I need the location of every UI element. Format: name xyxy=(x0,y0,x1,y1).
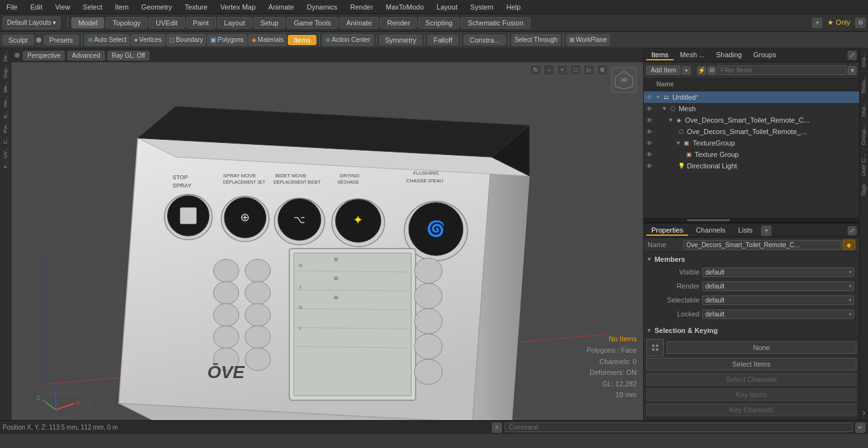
left-tool-f[interactable]: F... xyxy=(3,160,8,170)
name-input[interactable] xyxy=(683,240,841,250)
tab-items[interactable]: Items xyxy=(646,50,674,60)
eye-texture-group2[interactable]: 👁 xyxy=(645,150,654,159)
mode-scripting[interactable]: Scripting xyxy=(418,17,459,29)
selectable-select[interactable]: defaultyesno xyxy=(702,295,854,305)
expand-command-button[interactable]: > xyxy=(492,423,502,433)
key-diamond-button[interactable]: ◆ xyxy=(843,240,855,250)
presets-button[interactable]: Presets xyxy=(44,35,79,45)
menu-geometry[interactable]: Geometry xyxy=(135,2,178,12)
left-tool-e[interactable]: E... xyxy=(3,109,8,119)
filter-settings-icon[interactable]: ▾ xyxy=(848,66,857,75)
menu-texture[interactable]: Texture xyxy=(179,2,214,12)
mode-layout[interactable]: Layout xyxy=(217,17,252,29)
command-input[interactable] xyxy=(505,423,853,432)
eye-mesh[interactable]: 👁 xyxy=(645,104,654,113)
vertices-button[interactable]: ● Vertices xyxy=(131,34,165,46)
tab-channels[interactable]: Channels xyxy=(691,226,730,236)
ray-gl-button[interactable]: Ray GL: Off xyxy=(107,51,150,60)
tree-row-ove-mesh[interactable]: 👁 ⬡ Ove_Decors_Smart_Toilet_Remote_... xyxy=(644,126,859,137)
left-tool-me[interactable]: Me... xyxy=(3,80,8,94)
mode-uvedit[interactable]: UVEdit xyxy=(149,17,184,29)
menu-system[interactable]: System xyxy=(464,2,500,12)
layout-selector[interactable]: Default Layouts ▾ xyxy=(3,17,60,29)
eye-ove-mesh[interactable]: 👁 xyxy=(645,127,654,136)
menu-animate[interactable]: Animate xyxy=(262,2,300,12)
workplane-button[interactable]: ⊞ WorkPlane xyxy=(566,34,610,46)
expand-right-button[interactable]: › xyxy=(860,405,868,420)
keying-icon-area[interactable] xyxy=(646,339,664,356)
mode-animate[interactable]: Animate xyxy=(339,17,379,29)
items-button[interactable]: Items xyxy=(288,35,316,45)
symmetry-button[interactable]: Symmetry xyxy=(379,35,423,45)
visible-select[interactable]: defaultyesno xyxy=(702,268,854,277)
tree-row-ove-group[interactable]: 👁 ▼ ◈ Ove_Decors_Smart_Toilet_Remote_C..… xyxy=(644,114,859,126)
select-items-button[interactable]: Select Items xyxy=(646,358,857,370)
perspective-button[interactable]: Perspective xyxy=(23,51,65,60)
viewport-dot[interactable] xyxy=(15,53,20,58)
menu-file[interactable]: File xyxy=(0,2,24,12)
eye-dir-light[interactable]: 👁 xyxy=(645,161,654,170)
menu-layout[interactable]: Layout xyxy=(430,2,464,12)
constraints-button[interactable]: Constra... xyxy=(464,35,506,45)
tab-shading[interactable]: Shading xyxy=(711,50,747,60)
mode-model[interactable]: Model xyxy=(71,17,104,29)
render-select[interactable]: defaultyesno xyxy=(702,282,854,291)
keying-none-button[interactable]: None xyxy=(667,341,857,354)
run-command-button[interactable]: ↵ xyxy=(855,423,865,433)
menu-dynamics[interactable]: Dynamics xyxy=(301,2,344,12)
auto-select-button[interactable]: ⊕ Auto Select xyxy=(85,34,130,46)
panel-expand-icon[interactable]: ⤢ xyxy=(848,51,857,60)
menu-item[interactable]: Item xyxy=(109,2,135,12)
props-expand-icon[interactable]: ⤢ xyxy=(848,226,857,235)
mode-game-tools[interactable]: Game Tools xyxy=(287,17,338,29)
right-tab-user-c[interactable]: User C... xyxy=(860,149,868,180)
mode-setup[interactable]: Setup xyxy=(254,17,286,29)
menu-select[interactable]: Select xyxy=(76,2,109,12)
right-tab-ima[interactable]: Ima... xyxy=(860,48,868,71)
mode-topology[interactable]: Topology xyxy=(105,17,147,29)
tree-row-mesh[interactable]: 👁 ▼ ⬡ Mesh xyxy=(644,103,859,114)
key-items-button[interactable]: Key Items xyxy=(646,388,857,401)
menu-maxtomodo[interactable]: MaxToModo xyxy=(379,2,430,12)
select-channels-button[interactable]: Select Channels xyxy=(646,373,857,386)
left-tool-c[interactable]: C... xyxy=(3,135,8,145)
link-button[interactable]: ⚡ xyxy=(697,66,706,75)
mode-paint[interactable]: Paint xyxy=(186,17,216,29)
eye-untitled[interactable]: 👁 xyxy=(645,93,654,102)
left-tool-pol[interactable]: Pol... xyxy=(3,120,8,134)
key-channels-button[interactable]: Key Channels xyxy=(646,404,857,416)
right-tab-tags[interactable]: Tags xyxy=(860,180,868,200)
tab-lists[interactable]: Lists xyxy=(733,226,758,236)
settings-items-icon[interactable]: ⚙ xyxy=(707,66,716,75)
right-tab-ima2[interactable]: Ima... xyxy=(860,98,868,121)
viewport[interactable]: Perspective Advanced Ray GL: Off ↻ − + □… xyxy=(11,48,643,420)
right-tab-group[interactable]: Group... xyxy=(860,120,868,149)
add-item-button[interactable]: Add Item xyxy=(646,65,681,75)
menu-view[interactable]: View xyxy=(49,2,77,12)
eye-texture-group[interactable]: 👁 xyxy=(645,139,654,147)
sel-keying-header[interactable]: ▼ Selection & Keying xyxy=(646,325,857,336)
tree-row-texture-group[interactable]: 👁 ▼ ▣ TextureGroup xyxy=(644,137,859,149)
tree-row-texture-group2[interactable]: 👁 ▣ Texture Group xyxy=(644,149,859,160)
materials-button[interactable]: ◈ Materials xyxy=(248,34,287,46)
locked-select[interactable]: defaultyesno xyxy=(702,309,854,319)
right-tab-textu[interactable]: Textu... xyxy=(860,71,868,98)
polygons-button[interactable]: ▣ Polygons xyxy=(207,34,247,46)
left-tool-vie[interactable]: Vie... xyxy=(3,95,8,109)
falloff-button[interactable]: Falloff xyxy=(428,35,458,45)
filter-input[interactable] xyxy=(717,65,846,75)
left-tool-dup[interactable]: Dup... xyxy=(3,64,8,79)
presets-dot[interactable] xyxy=(36,37,41,43)
add-item-dropdown[interactable]: ▾ xyxy=(682,66,691,75)
tab-mesh[interactable]: Mesh ... xyxy=(675,50,710,60)
mode-schematic[interactable]: Schematic Fusion xyxy=(461,17,530,29)
left-tool-uv[interactable]: UV... xyxy=(3,146,8,160)
add-props-button[interactable]: + xyxy=(761,226,771,236)
members-header[interactable]: ▼ Members xyxy=(646,254,857,265)
tab-properties[interactable]: Properties xyxy=(646,226,688,236)
tree-row-untitled[interactable]: 👁 ▼ 🗂 Untitled* xyxy=(644,92,859,103)
boundary-button[interactable]: ◻ Boundary xyxy=(166,34,207,46)
menu-vertex-map[interactable]: Vertex Map xyxy=(214,2,262,12)
add-mode-button[interactable]: + xyxy=(812,18,822,28)
advanced-button[interactable]: Advanced xyxy=(67,51,104,60)
